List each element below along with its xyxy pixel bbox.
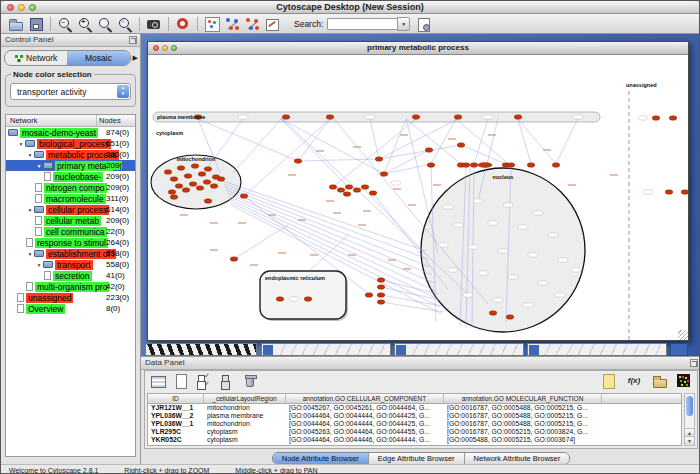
expander-icon[interactable]: ▼ [26, 207, 34, 213]
table-row[interactable]: YPL036W__1mitochondrion[GO:0044464, GO:0… [148, 420, 681, 428]
table-row[interactable]: YJR121W__1mitochondrion[GO:0045267, GO:0… [148, 404, 681, 412]
zoom-in-icon[interactable]: + [77, 16, 93, 32]
network-edge[interactable] [518, 119, 556, 164]
save-floppy-icon[interactable] [28, 16, 44, 32]
network-node[interactable] [507, 163, 515, 168]
delete-attribute-icon[interactable] [242, 373, 258, 389]
tree-row[interactable]: cell communica22(0) [6, 226, 135, 237]
tree-row[interactable]: mosaic-demo-yeast874(0) [6, 127, 135, 138]
column-header[interactable]: annotation.GO MOLECULAR_FUNCTION [444, 394, 602, 403]
network-view-icon[interactable] [204, 16, 220, 32]
float-panel-icon[interactable] [129, 36, 137, 44]
network-node[interactable] [377, 293, 385, 298]
net-minimize-button-icon[interactable] [162, 45, 168, 51]
network-node[interactable] [681, 190, 688, 195]
open-folder-icon[interactable] [8, 16, 24, 32]
table-row[interactable]: YPL036W__2plasma membrane[GO:0044464, GO… [148, 412, 681, 420]
network-edge[interactable] [379, 145, 461, 159]
net-zoom-button-icon[interactable] [171, 45, 177, 51]
network-node[interactable] [203, 180, 211, 185]
new-attribute-icon[interactable] [173, 373, 189, 389]
network-node[interactable] [326, 115, 334, 120]
network-canvas[interactable]: plasma membranecytoplasmmitochondrionnuc… [148, 55, 688, 340]
minimize-button-icon[interactable] [18, 4, 25, 11]
zoom-out-icon[interactable]: – [57, 16, 73, 32]
attribute-matrix-icon[interactable] [676, 373, 692, 389]
network-edge[interactable] [379, 119, 458, 159]
expander-icon[interactable]: ▼ [35, 163, 43, 169]
net-close-button-icon[interactable] [153, 45, 159, 51]
tree-col-network[interactable]: Network [6, 115, 97, 126]
network-node[interactable] [470, 163, 478, 168]
network-edge[interactable] [384, 164, 431, 174]
network-node[interactable] [304, 297, 312, 302]
tree-row[interactable]: cellular metab209(0) [6, 215, 135, 226]
camera-snapshot-icon[interactable] [146, 16, 162, 32]
network-edge[interactable] [518, 119, 531, 164]
network-node[interactable] [230, 257, 238, 262]
scrollbar-thumb[interactable] [686, 396, 693, 416]
network-node[interactable] [489, 311, 497, 316]
mitochondrion-region[interactable] [151, 155, 241, 209]
tab-overflow-arrow-icon[interactable]: ▶ [133, 54, 138, 62]
network-edge[interactable] [456, 119, 511, 166]
network-edge[interactable] [198, 119, 298, 161]
float-panel-icon[interactable] [690, 359, 698, 367]
tree-row[interactable]: nitrogen compo209(0) [6, 182, 135, 193]
network-node[interactable] [182, 188, 190, 193]
network-node[interactable] [478, 163, 492, 168]
tree-row[interactable]: ▼establishment of l558(0) [6, 248, 135, 259]
network-edge[interactable] [298, 119, 330, 161]
network-node[interactable] [652, 116, 660, 121]
network-node[interactable] [170, 177, 178, 182]
network-edge[interactable] [556, 118, 578, 164]
close-button-icon[interactable] [7, 4, 14, 11]
scroll-down-icon[interactable]: ▼ [685, 436, 694, 445]
layout-red-icon[interactable] [244, 16, 260, 32]
network-node[interactable] [175, 184, 183, 189]
network-node[interactable] [514, 115, 522, 120]
tree-row[interactable]: nucleobase-209(0) [6, 171, 135, 182]
help-lifesaver-icon[interactable] [175, 16, 191, 32]
network-node[interactable] [196, 186, 204, 191]
background-window[interactable] [394, 343, 524, 356]
network-edge[interactable] [234, 225, 288, 259]
network-node[interactable] [345, 185, 353, 190]
titlebar[interactable]: Cytoscape Desktop (New Session) [1, 1, 699, 14]
network-edge[interactable] [244, 119, 330, 196]
tab-network-attribute-browser[interactable]: Network Attribute Browser [465, 453, 570, 464]
tab-mosaic[interactable]: Mosaic [67, 51, 129, 65]
tree-row[interactable]: ▼primary metab209( [6, 160, 135, 171]
search-dropdown-button[interactable]: ▼ [397, 17, 410, 31]
import-attributes-icon[interactable] [652, 373, 668, 389]
network-node[interactable] [164, 170, 172, 175]
network-edge[interactable] [281, 119, 348, 187]
unselect-attributes-icon[interactable] [219, 373, 235, 389]
network-node[interactable] [412, 115, 420, 120]
network-edge[interactable] [281, 119, 384, 174]
network-edge[interactable] [227, 193, 434, 283]
network-node[interactable] [343, 192, 351, 197]
tree-row[interactable]: ▼metabolic process280(0) [6, 149, 135, 160]
formula-builder-icon[interactable]: f(x) [624, 373, 644, 389]
network-node[interactable] [204, 199, 212, 204]
zoom-fit-icon[interactable] [97, 16, 113, 32]
attribute-grid-icon[interactable] [150, 373, 166, 389]
network-node[interactable] [337, 188, 345, 193]
tree-row[interactable]: response to stimul264(0) [6, 237, 135, 248]
expander-icon[interactable]: ▼ [17, 141, 25, 147]
network-node[interactable] [170, 195, 178, 200]
network-node[interactable] [665, 190, 673, 195]
column-header[interactable]: ID [148, 394, 204, 403]
network-node[interactable] [427, 163, 435, 168]
network-node[interactable] [377, 285, 385, 290]
network-edge[interactable] [474, 119, 488, 164]
tree-row[interactable]: secretion41(0) [6, 270, 135, 281]
network-node[interactable] [506, 315, 514, 320]
table-row[interactable]: YLR295Ccytoplasm[GO:0045263, GO:0044464,… [148, 428, 681, 436]
network-node[interactable] [375, 157, 383, 162]
network-node[interactable] [365, 293, 373, 298]
network-node[interactable] [377, 300, 385, 305]
notes-icon[interactable] [600, 373, 616, 389]
network-node[interactable] [329, 185, 337, 190]
